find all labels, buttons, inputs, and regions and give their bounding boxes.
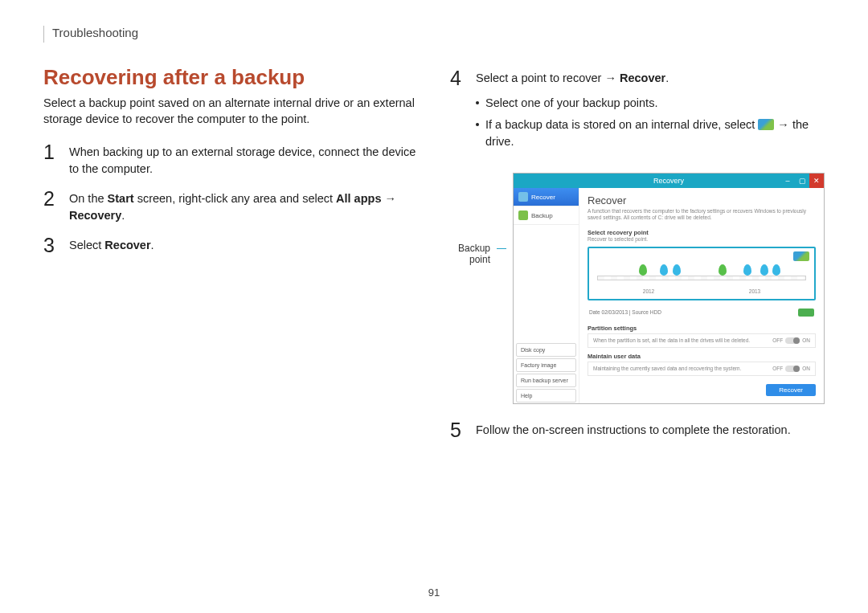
step-3: 3 Select Recover.	[43, 235, 418, 255]
sidebar-item-backup[interactable]: Backup	[514, 206, 579, 225]
maintain-user-data-label: Maintain user data	[588, 353, 816, 360]
main-panel: Recover A function that recovers the com…	[579, 188, 824, 403]
window-body: Recover Backup Disk copy Factory image	[514, 188, 824, 403]
bullet-list: Select one of your backup points. If a b…	[476, 95, 825, 150]
section-heading: Recovering after a backup	[43, 65, 418, 90]
backup-point-pin[interactable]	[719, 264, 727, 276]
backup-point-pin[interactable]	[673, 264, 681, 276]
maintain-user-data-row: Maintaining the currently saved data and…	[588, 362, 816, 376]
toggle-switch[interactable]	[785, 337, 800, 344]
step-1: 1 When backing up to an external storage…	[43, 142, 418, 178]
minimize-button[interactable]: –	[780, 174, 795, 188]
panel-description: A function that recovers the computer to…	[588, 208, 816, 221]
off-label: OFF	[772, 337, 783, 343]
bold-recover: Recover	[620, 72, 665, 84]
titlebar: Recovery – ▢ ✕	[514, 174, 824, 188]
toggle-knob-icon	[793, 366, 800, 372]
step-4: 4 Select a point to recover → Recover. S…	[450, 68, 825, 161]
year-label: 2013	[702, 288, 808, 294]
text-fragment: .	[121, 209, 125, 222]
timeline-track[interactable]	[597, 263, 806, 287]
timeline-highlight-box: 2012 2013	[588, 247, 816, 300]
bold-recover: Recover	[104, 239, 150, 251]
backup-point-pin[interactable]	[639, 264, 647, 276]
step-5: 5 Follow the on-screen instructions to c…	[450, 420, 825, 440]
run-backup-server-button[interactable]: Run backup server	[516, 374, 576, 387]
step-text: Follow the on-screen instructions to com…	[476, 420, 825, 440]
drive-thumbnail-icon[interactable]	[793, 251, 809, 261]
bullet-item: If a backup data is stored on an interna…	[476, 116, 825, 150]
sidebar-item-recover[interactable]: Recover	[514, 188, 579, 206]
step-text: When backing up to an external storage d…	[69, 142, 418, 178]
bold-recovery: Recovery	[69, 209, 121, 222]
recover-button[interactable]: Recover	[766, 384, 816, 396]
maintain-user-data: Maintain user data Maintaining the curre…	[588, 353, 816, 376]
backup-point-pin[interactable]	[772, 264, 780, 276]
text-fragment: If a backup data is stored on an interna…	[485, 118, 758, 131]
text-fragment: screen, right-click any area and select	[134, 192, 336, 205]
backup-icon	[518, 210, 528, 220]
maximize-button[interactable]: ▢	[795, 174, 809, 188]
backup-point-pin[interactable]	[760, 264, 768, 276]
callout-line1: Backup	[458, 243, 490, 254]
window-buttons: – ▢ ✕	[780, 174, 824, 188]
text-fragment: On the	[69, 192, 108, 205]
left-column: Recovering after a backup Select a backu…	[43, 57, 418, 452]
text-fragment: Select a point to recover →	[476, 72, 620, 84]
backup-point-pin[interactable]	[743, 264, 751, 276]
partition-settings-label: Partition settings	[588, 325, 816, 332]
close-button[interactable]: ✕	[809, 174, 824, 188]
sidebar: Recover Backup Disk copy Factory image	[514, 188, 579, 403]
on-label: ON	[802, 337, 810, 343]
step-number: 1	[43, 142, 61, 178]
step-text: Select a point to recover → Recover. Sel…	[476, 68, 825, 161]
toggle-group: OFF ON	[772, 337, 810, 344]
bullet-item: Select one of your backup points.	[476, 95, 825, 112]
bullet-dot-icon	[476, 123, 479, 126]
arrow: →	[381, 192, 396, 205]
toggle-knob-icon	[793, 337, 800, 344]
step-number: 4	[450, 68, 468, 161]
panel-title: Recover	[588, 194, 816, 206]
partition-settings-row: When the partition is set, all the data …	[588, 333, 816, 348]
backup-point-pin[interactable]	[660, 264, 668, 276]
bullet-text: Select one of your backup points.	[485, 95, 657, 112]
bold-start: Start	[108, 192, 134, 205]
toggle-group: OFF ON	[772, 366, 810, 372]
breadcrumb: Troubleshooting	[43, 26, 825, 43]
right-column: 4 Select a point to recover → Recover. S…	[450, 57, 825, 452]
text-fragment: Select	[69, 239, 104, 251]
timeline-rail	[597, 276, 806, 280]
step-number: 5	[450, 420, 468, 440]
setting-desc: When the partition is set, all the data …	[593, 337, 750, 343]
step-text: On the Start screen, right-click any are…	[69, 189, 418, 224]
step-number: 3	[43, 235, 61, 255]
manual-page: Troubleshooting Recovering after a backu…	[0, 0, 868, 613]
step-text: Select Recover.	[69, 235, 418, 255]
select-recovery-point-desc: Recover to selected point.	[588, 236, 816, 242]
help-button[interactable]: Help	[516, 389, 576, 403]
toggle-switch[interactable]	[785, 366, 800, 372]
sidebar-top: Recover Backup	[514, 188, 579, 225]
factory-image-button[interactable]: Factory image	[516, 358, 576, 372]
window-title: Recovery	[653, 177, 684, 185]
timeline-years: 2012 2013	[596, 288, 808, 294]
on-label: ON	[802, 366, 810, 371]
bullet-dot-icon	[476, 101, 479, 104]
two-column-layout: Recovering after a backup Select a backu…	[43, 57, 825, 452]
callout-leader	[497, 173, 506, 249]
meta-badge-icon	[798, 309, 814, 317]
setting-desc: Maintaining the currently saved data and…	[593, 366, 741, 371]
page-number: 91	[0, 586, 868, 599]
screenshot-callout-row: Backup point Recovery – ▢ ✕	[450, 173, 825, 404]
panel-footer: Recover	[588, 376, 816, 396]
step-2: 2 On the Start screen, right-click any a…	[43, 189, 418, 224]
disk-copy-button[interactable]: Disk copy	[516, 343, 576, 357]
partition-settings: Partition settings When the partition is…	[588, 325, 816, 348]
meta-text: Date 02/03/2013 | Source HDD	[589, 309, 661, 315]
text-fragment: .	[151, 239, 154, 251]
recover-icon	[518, 192, 528, 202]
sidebar-label: Recover	[531, 194, 555, 201]
intro-paragraph: Select a backup point saved on an altern…	[43, 95, 418, 128]
text-fragment: .	[665, 72, 669, 84]
